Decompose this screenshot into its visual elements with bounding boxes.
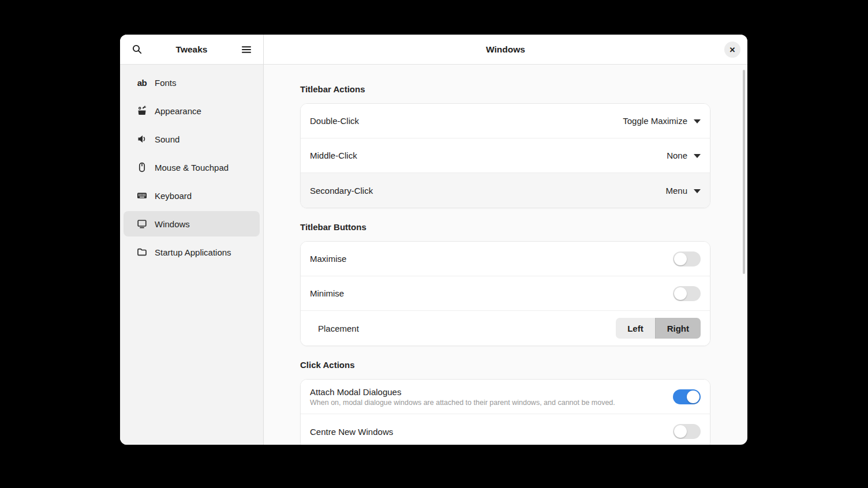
chevron-down-icon xyxy=(694,189,701,193)
sidebar-item-startup-applications[interactable]: Startup Applications xyxy=(124,239,260,265)
attach-modal-dialogues-toggle[interactable] xyxy=(673,389,701,404)
sidebar-item-fonts[interactable]: ab Fonts xyxy=(124,70,260,95)
search-button[interactable] xyxy=(129,42,144,57)
maximise-toggle[interactable] xyxy=(673,251,701,266)
section-heading: Click Actions xyxy=(300,360,710,370)
section-heading: Titlebar Buttons xyxy=(300,222,710,232)
middle-click-dropdown[interactable]: None xyxy=(667,151,701,160)
close-button[interactable]: ✕ xyxy=(724,42,740,58)
attach-modal-dialogues-row: Attach Modal Dialogues When on, modal di… xyxy=(301,380,710,414)
centre-new-windows-toggle[interactable] xyxy=(673,424,701,439)
double-click-row: Double-Click Toggle Maximize xyxy=(301,104,710,138)
folder-icon xyxy=(137,247,147,257)
speaker-icon xyxy=(137,134,147,144)
row-subtitle: When on, modal dialogue windows are atta… xyxy=(310,399,673,407)
dropdown-value: Toggle Maximize xyxy=(623,116,687,126)
section-titlebar-actions: Titlebar Actions Double-Click Toggle Max… xyxy=(300,84,710,208)
menu-button[interactable] xyxy=(239,42,254,57)
sidebar-item-mouse-touchpad[interactable]: Mouse & Touchpad xyxy=(124,155,260,180)
fonts-icon: ab xyxy=(137,77,147,88)
appearance-icon xyxy=(137,106,147,116)
toggle-knob xyxy=(674,287,687,300)
secondary-click-dropdown[interactable]: Menu xyxy=(665,186,701,196)
section-heading: Titlebar Actions xyxy=(300,84,710,94)
row-label: Double-Click xyxy=(310,111,623,131)
middle-click-row: Middle-Click None xyxy=(301,138,710,173)
double-click-dropdown[interactable]: Toggle Maximize xyxy=(623,116,701,126)
click-actions-card: Attach Modal Dialogues When on, modal di… xyxy=(300,379,710,445)
centre-new-windows-row: Centre New Windows xyxy=(301,414,710,445)
placement-segmented-control: Left Right xyxy=(616,318,701,339)
sidebar-item-keyboard[interactable]: Keyboard xyxy=(124,183,260,208)
minimise-toggle[interactable] xyxy=(673,286,701,301)
row-label: Middle-Click xyxy=(310,145,667,166)
page-title: Windows xyxy=(486,44,525,55)
tweaks-window: Tweaks ab Fonts xyxy=(120,35,747,445)
dropdown-value: None xyxy=(667,151,687,160)
keyboard-icon xyxy=(137,190,147,201)
toggle-knob xyxy=(674,425,687,438)
sidebar-item-appearance[interactable]: Appearance xyxy=(124,98,260,123)
row-label: Placement xyxy=(310,318,616,339)
scrollbar-thumb[interactable] xyxy=(743,70,745,274)
row-text: Attach Modal Dialogues When on, modal di… xyxy=(310,382,673,412)
titlebar-actions-card: Double-Click Toggle Maximize Middle-Clic… xyxy=(300,103,710,208)
row-label: Centre New Windows xyxy=(310,422,673,442)
display-icon xyxy=(137,219,147,229)
placement-left-button[interactable]: Left xyxy=(616,318,655,339)
sidebar: Tweaks ab Fonts xyxy=(120,35,264,445)
chevron-down-icon xyxy=(694,154,701,158)
row-label: Secondary-Click xyxy=(310,181,665,201)
main-panel: Windows ✕ Titlebar Actions Double-Click … xyxy=(264,35,747,445)
sidebar-item-sound[interactable]: Sound xyxy=(124,126,260,152)
chevron-down-icon xyxy=(694,119,701,123)
toggle-knob xyxy=(674,253,687,265)
app-title: Tweaks xyxy=(144,44,239,55)
mouse-icon xyxy=(137,162,147,172)
settings-content: Titlebar Actions Double-Click Toggle Max… xyxy=(264,65,747,445)
placement-right-button[interactable]: Right xyxy=(655,318,701,339)
sidebar-item-windows[interactable]: Windows xyxy=(124,211,260,237)
secondary-click-row: Secondary-Click Menu xyxy=(301,173,710,208)
section-click-actions: Click Actions Attach Modal Dialogues Whe… xyxy=(300,360,710,445)
sidebar-list: ab Fonts Appearance xyxy=(120,65,263,273)
section-titlebar-buttons: Titlebar Buttons Maximise Minimise Place… xyxy=(300,222,710,346)
maximise-row: Maximise xyxy=(301,242,710,276)
row-label: Maximise xyxy=(310,249,673,269)
main-header: Windows ✕ xyxy=(264,35,747,65)
toggle-knob xyxy=(687,391,699,403)
hamburger-menu-icon xyxy=(241,45,252,54)
row-label: Minimise xyxy=(310,283,673,303)
minimise-row: Minimise xyxy=(301,276,710,311)
row-label: Attach Modal Dialogues xyxy=(310,387,673,397)
close-icon: ✕ xyxy=(729,46,736,54)
search-icon xyxy=(132,44,143,55)
dropdown-value: Menu xyxy=(665,186,687,196)
titlebar-buttons-card: Maximise Minimise Placement Left Right xyxy=(300,241,710,346)
placement-row: Placement Left Right xyxy=(301,311,710,346)
sidebar-header: Tweaks xyxy=(120,35,263,65)
